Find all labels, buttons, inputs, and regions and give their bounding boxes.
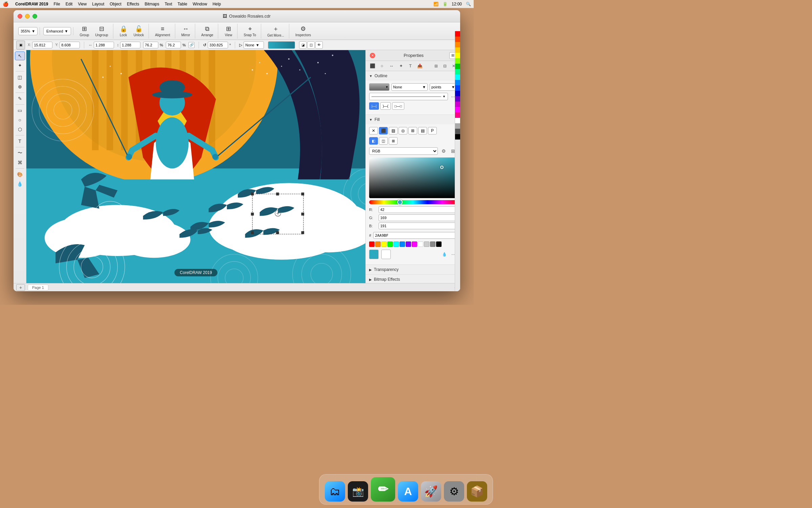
menu-table[interactable]: Table bbox=[178, 2, 187, 6]
canvas-area[interactable]: CorelDRAW 2019 bbox=[26, 50, 365, 283]
linear-gradient-button[interactable]: ▨ bbox=[389, 127, 398, 134]
color-mode-2-button[interactable]: ◫ bbox=[307, 41, 315, 49]
fill-color-bar[interactable] bbox=[268, 41, 295, 49]
palette-purple[interactable] bbox=[455, 96, 460, 102]
swatch-magenta[interactable] bbox=[412, 241, 417, 247]
menu-window[interactable]: Window bbox=[193, 2, 207, 6]
crop-tool[interactable]: ◫ bbox=[15, 73, 25, 82]
unlock-button[interactable]: 🔓 Unlock bbox=[131, 24, 147, 39]
menu-help[interactable]: Help bbox=[212, 2, 221, 6]
menu-layout[interactable]: Layout bbox=[92, 2, 104, 6]
lock-button[interactable]: 🔒 Lock bbox=[117, 24, 130, 39]
color-model-select[interactable]: RGB CMYK HSB bbox=[369, 147, 438, 155]
connector-tool[interactable]: 〜 bbox=[15, 149, 25, 157]
line-butt-cap-button[interactable]: |—| bbox=[369, 102, 379, 110]
outline-color-swatch[interactable]: ▼ bbox=[369, 83, 389, 91]
rotation-input[interactable] bbox=[208, 42, 228, 48]
fill-mode-3-button[interactable]: ⊞ bbox=[389, 137, 398, 145]
swatch-cyan[interactable] bbox=[393, 241, 399, 247]
minimize-button[interactable] bbox=[25, 14, 30, 19]
palette-magenta[interactable] bbox=[455, 102, 460, 107]
maximize-button[interactable] bbox=[32, 14, 37, 19]
menu-view[interactable]: View bbox=[78, 2, 87, 6]
polygon-tool[interactable]: ⬡ bbox=[15, 125, 25, 134]
color-picker-gradient[interactable] bbox=[369, 157, 457, 198]
y-input[interactable] bbox=[60, 42, 80, 48]
color-mode-1-button[interactable]: ◪ bbox=[299, 41, 307, 49]
tab-char[interactable]: T bbox=[406, 62, 414, 70]
swatch-green[interactable] bbox=[387, 241, 393, 247]
spectrum-thumb[interactable] bbox=[397, 199, 403, 205]
none-dropdown[interactable]: None ▼ bbox=[391, 83, 428, 91]
ungroup-button[interactable]: ⊟ Ungroup bbox=[92, 24, 111, 39]
fill-section-header[interactable]: ▼ Fill bbox=[366, 115, 460, 124]
texture-fill-button[interactable]: ▤ bbox=[418, 127, 427, 134]
hex-input[interactable] bbox=[373, 232, 457, 239]
palette-green-cyan[interactable] bbox=[455, 69, 460, 75]
transparency-section-header[interactable]: ▶ Transparency bbox=[366, 265, 460, 274]
freehand-tool[interactable]: ✎ bbox=[15, 94, 25, 103]
menu-bitmaps[interactable]: Bitmaps bbox=[144, 2, 159, 6]
postscript-fill-button[interactable]: P bbox=[428, 127, 437, 134]
panel-close-button[interactable]: ✕ bbox=[370, 53, 375, 58]
outline-dropdown-quick[interactable]: None ▼ bbox=[244, 41, 264, 49]
menu-edit[interactable]: Edit bbox=[66, 2, 73, 6]
panel-secondary-button[interactable]: ⊟ bbox=[441, 62, 449, 70]
palette-black[interactable] bbox=[455, 134, 460, 140]
fill-eyedropper-button[interactable]: 💧 bbox=[441, 251, 448, 258]
palette-white[interactable] bbox=[455, 118, 460, 123]
tab-export[interactable]: 📤 bbox=[416, 62, 424, 70]
zoom-control[interactable]: 355% ▼ bbox=[18, 27, 38, 35]
palette-cyan[interactable] bbox=[455, 75, 460, 80]
menu-text[interactable]: Text bbox=[165, 2, 172, 6]
select-tool[interactable]: ↖ bbox=[15, 51, 25, 60]
no-fill-button[interactable]: ✕ bbox=[369, 127, 378, 134]
swatch-white[interactable] bbox=[418, 241, 423, 247]
tab-fill[interactable]: ⬛ bbox=[368, 62, 377, 70]
tab-outline[interactable]: ○ bbox=[378, 62, 386, 70]
palette-yellow[interactable] bbox=[455, 53, 460, 58]
eyedropper-icon[interactable]: 👁 bbox=[315, 41, 323, 49]
view-mode-button[interactable]: Enhanced ▼ bbox=[43, 27, 71, 35]
palette-yellow-orange[interactable] bbox=[455, 50, 460, 53]
x-input[interactable] bbox=[32, 42, 52, 48]
solid-fill-button[interactable]: ⬛ bbox=[379, 127, 388, 134]
r-input[interactable] bbox=[379, 206, 457, 213]
text-tool[interactable]: T bbox=[15, 137, 25, 146]
palette-yellow-green[interactable] bbox=[455, 58, 460, 64]
zoom-tool[interactable]: ⊕ bbox=[15, 82, 25, 91]
fill-tool[interactable]: 🎨 bbox=[15, 170, 25, 179]
blend-tool[interactable]: ⌘ bbox=[15, 158, 25, 167]
line-square-cap-button[interactable]: □—□ bbox=[392, 102, 404, 110]
menu-search-icon[interactable]: 🔍 bbox=[466, 2, 471, 6]
fill-secondary-swatch[interactable] bbox=[381, 250, 391, 259]
outline-line-preview[interactable]: ▼ bbox=[369, 93, 448, 100]
group-button[interactable]: ⊞ Group bbox=[77, 24, 92, 39]
menu-file[interactable]: File bbox=[53, 2, 60, 6]
pct1-input[interactable] bbox=[143, 42, 158, 48]
swatch-blue[interactable] bbox=[400, 241, 405, 247]
fill-settings-button[interactable]: ⚙ bbox=[440, 147, 447, 155]
canvas-artwork[interactable] bbox=[26, 50, 365, 283]
points-dropdown[interactable]: points ▼ bbox=[430, 83, 457, 91]
palette-blue-cyan[interactable] bbox=[455, 80, 460, 85]
palette-gray[interactable] bbox=[455, 123, 460, 129]
rectangle-tool[interactable]: ▭ bbox=[15, 106, 25, 115]
swatch-lgray[interactable] bbox=[424, 241, 429, 247]
swatch-black[interactable] bbox=[436, 241, 442, 247]
tab-effects[interactable]: ✦ bbox=[397, 62, 405, 70]
arrange-button[interactable]: ⧉ Arrange bbox=[199, 24, 216, 39]
swatch-mgray[interactable] bbox=[430, 241, 435, 247]
radial-gradient-button[interactable]: ◎ bbox=[399, 127, 407, 134]
snap-to-button[interactable]: ⌖ Snap To bbox=[241, 24, 259, 39]
ellipse-tool[interactable]: ○ bbox=[15, 115, 25, 124]
menu-object[interactable]: Object bbox=[110, 2, 121, 6]
pattern-fill-button[interactable]: ⊞ bbox=[408, 127, 417, 134]
add-page-button[interactable]: + bbox=[16, 284, 25, 291]
swatch-purple[interactable] bbox=[406, 241, 411, 247]
fill-mode-2-button[interactable]: ◫ bbox=[379, 137, 388, 145]
bitmap-effects-section-header[interactable]: ▶ Bitmap Effects bbox=[366, 275, 460, 283]
width-input[interactable] bbox=[94, 42, 114, 48]
swatch-orange[interactable] bbox=[375, 241, 381, 247]
color-spectrum-slider[interactable] bbox=[369, 200, 457, 204]
